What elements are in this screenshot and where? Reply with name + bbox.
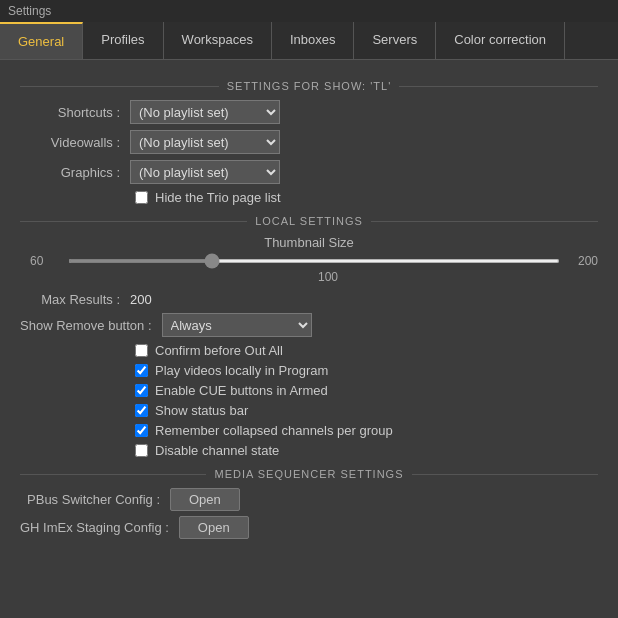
gh-imex-open-button[interactable]: Open [179, 516, 249, 539]
enable-cue-buttons-row: Enable CUE buttons in Armed [135, 383, 598, 398]
confirm-before-out-all-row: Confirm before Out All [135, 343, 598, 358]
confirm-before-out-all-label: Confirm before Out All [155, 343, 283, 358]
tab-general[interactable]: General [0, 22, 83, 59]
disable-channel-state-checkbox[interactable] [135, 444, 148, 457]
enable-cue-buttons-checkbox[interactable] [135, 384, 148, 397]
remember-collapsed-label: Remember collapsed channels per group [155, 423, 393, 438]
videowalls-label: Videowalls : [20, 135, 120, 150]
local-settings-divider: LOCAL SETTINGS [20, 215, 598, 227]
remember-collapsed-checkbox[interactable] [135, 424, 148, 437]
max-results-value: 200 [130, 292, 152, 307]
shortcuts-select[interactable]: (No playlist set) [130, 100, 280, 124]
main-content: SETTINGS FOR SHOW: 'TL' Shortcuts : (No … [0, 60, 618, 616]
tab-servers[interactable]: Servers [354, 22, 436, 59]
title-label: Settings [8, 4, 51, 18]
play-videos-locally-row: Play videos locally in Program [135, 363, 598, 378]
slider-value: 100 [20, 270, 598, 284]
graphics-row: Graphics : (No playlist set) [20, 160, 598, 184]
enable-cue-buttons-label: Enable CUE buttons in Armed [155, 383, 328, 398]
slider-max: 200 [570, 254, 598, 268]
slider-container: 60 200 [20, 254, 598, 268]
gh-imex-label: GH ImEx Staging Config : [20, 520, 169, 535]
thumbnail-size-title: Thumbnail Size [20, 235, 598, 250]
shortcuts-label: Shortcuts : [20, 105, 120, 120]
show-status-bar-label: Show status bar [155, 403, 248, 418]
thumbnail-size-section: Thumbnail Size 60 200 100 [20, 235, 598, 284]
tab-inboxes[interactable]: Inboxes [272, 22, 355, 59]
videowalls-select[interactable]: (No playlist set) [130, 130, 280, 154]
graphics-label: Graphics : [20, 165, 120, 180]
remember-collapsed-row: Remember collapsed channels per group [135, 423, 598, 438]
play-videos-locally-checkbox[interactable] [135, 364, 148, 377]
media-sequencer-label: MEDIA SEQUENCER SETTINGS [214, 468, 403, 480]
pbus-switcher-row: PBus Switcher Config : Open [20, 488, 598, 511]
settings-for-show-label: SETTINGS FOR SHOW: 'TL' [227, 80, 392, 92]
disable-channel-state-label: Disable channel state [155, 443, 279, 458]
show-remove-button-row: Show Remove button : Always Never On hov… [20, 313, 598, 337]
title-bar: Settings [0, 0, 618, 22]
pbus-switcher-label: PBus Switcher Config : [20, 492, 160, 507]
hide-trio-checkbox[interactable] [135, 191, 148, 204]
pbus-switcher-open-button[interactable]: Open [170, 488, 240, 511]
show-remove-button-label: Show Remove button : [20, 318, 152, 333]
slider-min: 60 [30, 254, 58, 268]
hide-trio-label: Hide the Trio page list [155, 190, 281, 205]
hide-trio-row: Hide the Trio page list [135, 190, 598, 205]
show-status-bar-checkbox[interactable] [135, 404, 148, 417]
show-status-bar-row: Show status bar [135, 403, 598, 418]
max-results-label: Max Results : [20, 292, 120, 307]
tab-color-correction[interactable]: Color correction [436, 22, 565, 59]
show-remove-button-select[interactable]: Always Never On hover [162, 313, 312, 337]
videowalls-row: Videowalls : (No playlist set) [20, 130, 598, 154]
max-results-row: Max Results : 200 [20, 292, 598, 307]
graphics-select[interactable]: (No playlist set) [130, 160, 280, 184]
confirm-before-out-all-checkbox[interactable] [135, 344, 148, 357]
media-sequencer-divider: MEDIA SEQUENCER SETTINGS [20, 468, 598, 480]
tab-workspaces[interactable]: Workspaces [164, 22, 272, 59]
gh-imex-row: GH ImEx Staging Config : Open [20, 516, 598, 539]
tab-bar: General Profiles Workspaces Inboxes Serv… [0, 22, 618, 60]
play-videos-locally-label: Play videos locally in Program [155, 363, 328, 378]
shortcuts-row: Shortcuts : (No playlist set) [20, 100, 598, 124]
thumbnail-size-slider[interactable] [68, 259, 560, 263]
settings-for-show-divider: SETTINGS FOR SHOW: 'TL' [20, 80, 598, 92]
tab-profiles[interactable]: Profiles [83, 22, 163, 59]
disable-channel-state-row: Disable channel state [135, 443, 598, 458]
local-settings-label: LOCAL SETTINGS [255, 215, 363, 227]
